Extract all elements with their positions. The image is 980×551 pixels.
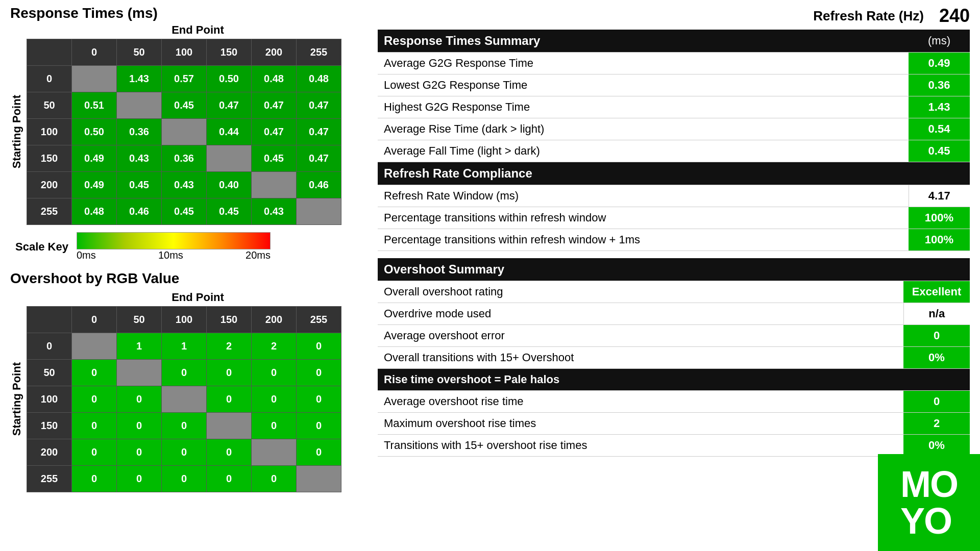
cell: 0.57 (162, 66, 207, 92)
cell: 0 (252, 360, 297, 386)
ocol-200: 200 (252, 307, 297, 333)
rise-time-header-row: Rise time overshoot = Pale halos (378, 369, 970, 391)
row-value: 100% (909, 229, 970, 251)
table-row: Transitions with 15+ overshoot rise time… (378, 435, 970, 457)
right-panel: Refresh Rate (Hz) 240 Response Times Sum… (368, 0, 980, 551)
overshoot-summary-table: Overshoot Summary Overall overshoot rati… (378, 258, 970, 457)
cell (72, 333, 117, 360)
scale-0ms: 0ms (77, 249, 96, 261)
row-value: 0.36 (909, 74, 970, 96)
overshoot-endpoint-label: End Point (38, 291, 357, 304)
cell: 1.43 (117, 66, 162, 92)
refresh-rate-value: 240 (939, 5, 970, 27)
cell: 0.45 (117, 172, 162, 198)
cell: 1 (117, 333, 162, 360)
cell: 0 (162, 360, 207, 386)
response-endpoint-label: End Point (38, 23, 357, 37)
row-value: n/a (903, 303, 970, 325)
cell: 0 (72, 466, 117, 492)
corner-cell (27, 39, 72, 66)
scale-10ms: 10ms (158, 249, 183, 261)
row-label: Average G2G Response Time (378, 53, 909, 74)
cell: 0.43 (117, 145, 162, 172)
cell: 0.48 (252, 66, 297, 92)
col-header-150: 150 (207, 39, 252, 66)
cell (162, 119, 207, 145)
mo-line: MO (900, 464, 958, 505)
cell: 0.49 (72, 145, 117, 172)
table-row: 0 1 1 2 2 0 (27, 333, 341, 360)
row-value: 0.54 (909, 118, 970, 140)
scale-20ms: 20ms (246, 249, 271, 261)
cell: 0.47 (252, 92, 297, 119)
table-row: Refresh Rate Window (ms) 4.17 (378, 185, 970, 207)
cell: 0 (207, 360, 252, 386)
cell: 0.49 (72, 172, 117, 198)
ocol-255: 255 (297, 307, 341, 333)
table-row: 0 1.43 0.57 0.50 0.48 0.48 (27, 66, 341, 92)
overshoot-starting-point-label: Starting Point (10, 362, 23, 436)
cell: 0 (72, 386, 117, 413)
table-row: 200 0 0 0 0 0 (27, 439, 341, 466)
cell: 2 (207, 333, 252, 360)
cell: 0.47 (297, 92, 341, 119)
orow-100: 100 (27, 386, 72, 413)
row-value: Excellent (903, 281, 970, 303)
scale-key-label: Scale Key (15, 240, 68, 254)
yo-line: YO (900, 500, 951, 541)
response-times-table: 0 50 100 150 200 255 0 1.43 (27, 39, 341, 225)
cell: 0.36 (117, 119, 162, 145)
table-row: Average overshoot rise time 0 (378, 391, 970, 413)
cell (297, 198, 341, 225)
row-label: Average overshoot error (378, 325, 903, 347)
moyo-watermark: MO YO (878, 454, 980, 551)
table-row: Maximum overshoot rise times 2 (378, 413, 970, 435)
cell (117, 360, 162, 386)
scale-labels: 0ms 10ms 20ms (77, 249, 271, 261)
cell: 0 (72, 360, 117, 386)
row-value: 0 (903, 391, 970, 413)
moyo-text: MO YO (900, 466, 958, 539)
cell: 0.47 (297, 145, 341, 172)
cell: 2 (252, 333, 297, 360)
cell (207, 413, 252, 439)
orow-200: 200 (27, 439, 72, 466)
row-label: Average Fall Time (light > dark) (378, 140, 909, 162)
row-label: Lowest G2G Response Time (378, 74, 909, 96)
cell: 0 (117, 466, 162, 492)
cell: 0 (297, 333, 341, 360)
cell: 0 (207, 386, 252, 413)
row-header-255: 255 (27, 198, 72, 225)
table-row: 100 0.50 0.36 0.44 0.47 0.47 (27, 119, 341, 145)
cell: 0.47 (297, 119, 341, 145)
response-summary-header: Response Times Summary (378, 30, 909, 53)
row-label: Maximum overshoot rise times (378, 413, 903, 435)
row-value: 4.17 (909, 185, 970, 207)
table-row: Average Rise Time (dark > light) 0.54 (378, 118, 970, 140)
row-value: 0% (903, 347, 970, 369)
row-value: 0 (903, 325, 970, 347)
table-row: Average G2G Response Time 0.49 (378, 53, 970, 74)
col-header-200: 200 (252, 39, 297, 66)
refresh-rate-label: Refresh Rate (Hz) (813, 8, 924, 24)
ocol-100: 100 (162, 307, 207, 333)
overshoot-corner (27, 307, 72, 333)
cell: 0 (207, 466, 252, 492)
table-row: 150 0 0 0 0 0 (27, 413, 341, 439)
table-row: Average Fall Time (light > dark) 0.45 (378, 140, 970, 162)
cell: 0 (162, 466, 207, 492)
ocol-150: 150 (207, 307, 252, 333)
row-value: 0.45 (909, 140, 970, 162)
cell: 0 (252, 466, 297, 492)
row-value: 0% (903, 435, 970, 457)
cell: 0.51 (72, 92, 117, 119)
cell (297, 466, 341, 492)
row-label: Average Rise Time (dark > light) (378, 118, 909, 140)
cell: 0.44 (207, 119, 252, 145)
cell: 0 (297, 439, 341, 466)
refresh-compliance-header-row: Refresh Rate Compliance (378, 162, 970, 185)
overshoot-table: 0 50 100 150 200 255 0 1 (27, 306, 341, 492)
row-value: 2 (903, 413, 970, 435)
cell: 0 (117, 413, 162, 439)
cell: 0.40 (207, 172, 252, 198)
